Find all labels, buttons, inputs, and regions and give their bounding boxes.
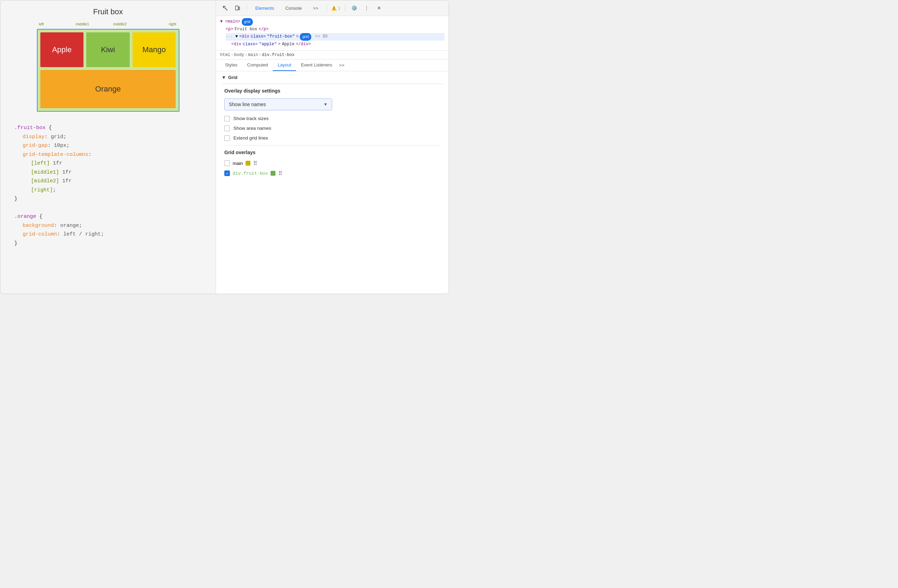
line-names-dropdown[interactable]: Show line names ▼ [224,99,332,110]
mango-cell: Mango [132,32,176,67]
checkbox-area-names: Show area names [224,126,440,131]
layout-panel: ▼ Grid Overlay display settings Show lin… [216,71,449,294]
inspect-icon[interactable] [220,3,230,13]
device-icon[interactable] [233,3,242,13]
warning-count: 1 [338,6,340,11]
overlay-main-label: main [233,161,243,166]
left-panel: Fruit box left middle1 middle2 right App… [0,0,216,294]
section-body: Overlay display settings Show line names… [216,84,449,187]
orange-cell: Orange [40,70,176,108]
checkbox-track-sizes-box[interactable] [224,116,230,122]
bc-main[interactable]: main [248,52,258,57]
overlay-fruitbox-icon[interactable]: ⠿ [278,170,282,177]
section-grid-header[interactable]: ▼ Grid [216,71,449,83]
grid-visual: left middle1 middle2 right Apple Kiwi Ma… [37,22,180,112]
tab-styles[interactable]: Styles [220,60,242,71]
chevron-down-icon: ▼ [323,102,328,107]
settings-icon[interactable]: ⚙️ [349,3,359,13]
checkbox-extend-grid-label: Extend grid lines [234,135,268,140]
checkbox-area-names-label: Show area names [234,126,271,131]
devtools-toolbar: Elements Console >> ⚠️ 1 ⚙️ ⋮ ✕ [216,0,449,16]
grid-chevron: ▼ [221,75,226,80]
overlay-row-fruitbox: div.fruit-box ⠿ [224,170,440,177]
apple-cell: Apple [40,32,84,67]
sub-tabs: Styles Computed Layout Event Listeners >… [216,60,449,71]
grid-line-labels: left middle1 middle2 right [37,22,180,29]
checkbox-extend-grid: Extend grid lines [224,135,440,141]
tab-computed[interactable]: Computed [242,60,273,71]
checkbox-extend-grid-box[interactable] [224,135,230,141]
grid-badge-fruitbox: grid [300,33,311,41]
close-icon[interactable]: ✕ [374,3,384,13]
tab-more[interactable]: >> [309,3,322,13]
grid-section-label: Grid [228,75,238,80]
dom-tree: ▼ <main> grid <p>Fruit box</p> ··· ▼ <di… [216,16,449,51]
divider2 [224,145,440,145]
tab-more-arrow[interactable]: >> [337,60,346,71]
overlay-fruitbox-label: div.fruit-box [233,171,268,176]
dom-line-main[interactable]: ▼ <main> grid [220,18,444,26]
bc-fruitbox[interactable]: div.fruit-box [262,52,295,57]
overlay-row-main: main ⠿ [224,160,440,167]
checkbox-area-names-box[interactable] [224,126,230,131]
page-title: Fruit box [93,7,123,16]
kiwi-cell: Kiwi [86,32,130,67]
overlay-main-icon[interactable]: ⠿ [253,160,257,167]
bc-html[interactable]: html [220,52,230,57]
grid-overlays-title: Grid overlays [224,149,440,155]
tab-elements[interactable]: Elements [251,3,278,13]
tab-console[interactable]: Console [281,3,306,13]
fruit-grid: Apple Kiwi Mango Orange [37,29,180,112]
dropdown-label: Show line names [229,102,266,107]
line-label-left: left [39,22,44,26]
dom-line-apple[interactable]: <div class= "apple" > Apple </div> [231,41,444,48]
overlay-main-color [246,161,251,166]
devtools-panel: Elements Console >> ⚠️ 1 ⚙️ ⋮ ✕ ▼ <main>… [216,0,449,294]
overlay-fruitbox-color [271,171,275,176]
line-label-middle1: middle1 [76,22,89,26]
line-label-right: right [169,22,176,26]
dom-line-fruitbox[interactable]: ··· ▼ <div class= "fruit-box" > grid == … [226,33,444,41]
checkbox-track-sizes-label: Show track sizes [234,116,269,121]
overlay-main-checkbox[interactable] [224,160,230,166]
svg-rect-1 [238,7,240,10]
tab-event-listeners[interactable]: Event Listeners [296,60,337,71]
overlay-fruitbox-checkbox[interactable] [224,171,230,176]
more-options-icon[interactable]: ⋮ [362,3,371,13]
line-label-middle2: middle2 [113,22,127,26]
css-code: .fruit-box { display: grid; grid-gap: 10… [7,120,209,251]
warning-badge: ⚠️ 1 [331,6,340,11]
dom-line-p[interactable]: <p>Fruit box</p> [226,26,444,34]
separator3 [344,5,345,11]
svg-rect-0 [235,6,238,10]
grid-badge-main: grid [242,18,253,26]
bc-body[interactable]: body [234,52,244,57]
tab-layout[interactable]: Layout [273,60,296,71]
overlay-settings-title: Overlay display settings [224,88,440,94]
breadcrumb: html › body › main › div.fruit-box [216,51,449,60]
checkbox-track-sizes: Show track sizes [224,116,440,122]
warning-icon: ⚠️ [331,6,337,11]
